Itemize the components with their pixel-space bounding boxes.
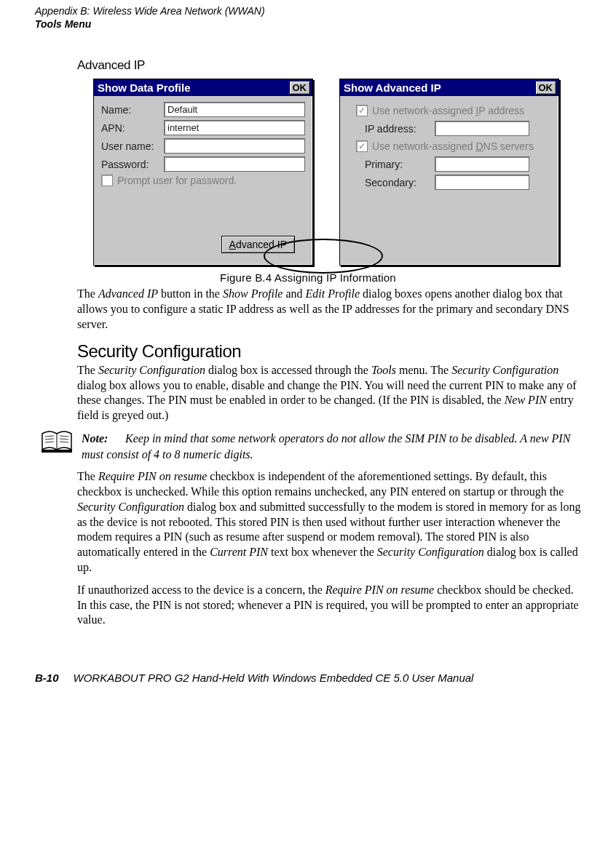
window-title: Show Data Profile: [96, 81, 191, 94]
window-title: Show Advanced IP: [342, 81, 441, 94]
label-ip-address: IP address:: [365, 123, 430, 135]
field-password[interactable]: [164, 156, 305, 172]
txt: button in the: [158, 287, 223, 300]
row-apn: APN: internet: [101, 120, 305, 135]
row-user: User name:: [101, 138, 305, 154]
txt: menu. The: [396, 364, 451, 376]
svg-rect-7: [42, 450, 72, 453]
paragraph-advanced-ip: The Advanced IP button in the Show Profi…: [77, 287, 581, 332]
txt: Use network-assigned: [372, 140, 475, 152]
field-ip-address[interactable]: [435, 121, 529, 136]
txt: P address: [478, 105, 524, 116]
window-show-advanced-ip: Show Advanced IP OK ✓ Use network-assign…: [339, 79, 559, 266]
row-name: Name: Default: [101, 102, 305, 117]
page-number: B-10: [35, 672, 59, 684]
txt: The: [77, 470, 98, 482]
note-label: Note:: [82, 431, 122, 447]
row-prompt-checkbox: Prompt user for password.: [101, 175, 305, 186]
txt: dialog box is accessed through the: [205, 364, 371, 376]
txt-em: Security Configuration: [377, 546, 484, 558]
label-use-dns: Use network-assigned DNS servers: [372, 140, 534, 152]
label-name: Name:: [101, 104, 159, 116]
txt-em: New PIN: [505, 394, 547, 406]
field-apn[interactable]: internet: [164, 120, 305, 135]
label-secondary: Secondary:: [365, 177, 430, 188]
header-line1: Appendix B: Wireless Wide Area Network (…: [35, 4, 581, 17]
label-prompt-checkbox: Prompt user for password.: [117, 175, 237, 186]
txt-em: Edit Profile: [306, 287, 360, 300]
heading-advanced-ip: Advanced IP: [77, 58, 581, 73]
row-use-ip-checkbox: ✓ Use network-assigned IP address: [356, 105, 551, 116]
row-use-dns-checkbox: ✓ Use network-assigned DNS servers: [356, 140, 551, 152]
checkbox-use-ip[interactable]: ✓: [356, 105, 368, 116]
screenshots-row: Show Data Profile OK Name: Default APN: …: [93, 79, 566, 266]
field-name[interactable]: Default: [164, 102, 305, 117]
adv-ip-mnemonic: A: [229, 239, 236, 250]
adv-ip-rest: dvanced IP: [236, 239, 287, 250]
label-user: User name:: [101, 140, 159, 152]
row-secondary: Secondary:: [365, 175, 551, 190]
note-content: Keep in mind that some network operators…: [82, 432, 570, 461]
ok-button[interactable]: OK: [289, 81, 311, 95]
doc-title: WORKABOUT PRO G2 Hand-Held With Windows …: [74, 672, 474, 684]
txt-em: Security Configuration: [77, 501, 184, 513]
header-line2: Tools Menu: [35, 17, 581, 31]
row-password: Password:: [101, 156, 305, 172]
mnemonic: D: [475, 140, 483, 152]
book-icon: [41, 431, 73, 454]
txt: The: [77, 287, 98, 300]
field-primary[interactable]: [435, 156, 529, 172]
txt-em: Security Configuration: [98, 364, 205, 376]
window-body: Name: Default APN: internet User name: P…: [94, 96, 312, 266]
checkbox-prompt[interactable]: [101, 175, 113, 186]
running-header: Appendix B: Wireless Wide Area Network (…: [35, 0, 581, 31]
titlebar: Show Data Profile OK: [94, 79, 312, 96]
label-apn: APN:: [101, 122, 159, 134]
figure-caption: Figure B.4 Assigning IP Information: [35, 271, 581, 284]
page-footer: B-10 WORKABOUT PRO G2 Hand-Held With Win…: [35, 672, 581, 684]
paragraph-security-3: If unauthorized access to the device is …: [77, 583, 581, 628]
txt-em: Require PIN on resume: [325, 584, 434, 596]
txt-em: Advanced IP: [98, 287, 158, 300]
note-block: Note: Keep in mind that some network ope…: [41, 431, 581, 462]
txt: dialog box allows you to enable, disable…: [77, 379, 577, 407]
label-use-ip: Use network-assigned IP address: [372, 105, 524, 116]
row-primary: Primary:: [365, 156, 551, 172]
txt: If unauthorized access to the device is …: [77, 584, 325, 596]
label-primary: Primary:: [365, 159, 430, 170]
heading-security-configuration: Security Configuration: [77, 341, 581, 362]
txt-em: Show Profile: [223, 287, 283, 300]
txt-em: Require PIN on resume: [98, 470, 207, 482]
field-secondary[interactable]: [435, 175, 529, 190]
label-password: Password:: [101, 159, 159, 170]
txt: The: [77, 364, 98, 376]
paragraph-security-1: The Security Configuration dialog box is…: [77, 363, 581, 423]
txt: text box whenever the: [268, 546, 377, 558]
paragraph-security-2: The Require PIN on resume checkbox is in…: [77, 469, 581, 576]
txt: NS servers: [483, 140, 534, 152]
checkbox-use-dns[interactable]: ✓: [356, 140, 368, 152]
ok-button[interactable]: OK: [535, 81, 557, 95]
txt-em: Security Configuration: [451, 364, 558, 376]
row-ip-address: IP address:: [365, 121, 551, 136]
window-show-data-profile: Show Data Profile OK Name: Default APN: …: [93, 79, 313, 266]
titlebar: Show Advanced IP OK: [340, 79, 558, 96]
txt-em: Tools: [371, 364, 396, 376]
field-user[interactable]: [164, 138, 305, 154]
advanced-ip-button[interactable]: Advanced IP: [221, 236, 295, 253]
txt: Use network-assigned: [372, 105, 475, 116]
txt-em: Current PIN: [210, 546, 268, 558]
window-body: ✓ Use network-assigned IP address IP add…: [340, 96, 558, 202]
txt: and: [283, 287, 305, 300]
note-text: Note: Keep in mind that some network ope…: [82, 431, 581, 462]
